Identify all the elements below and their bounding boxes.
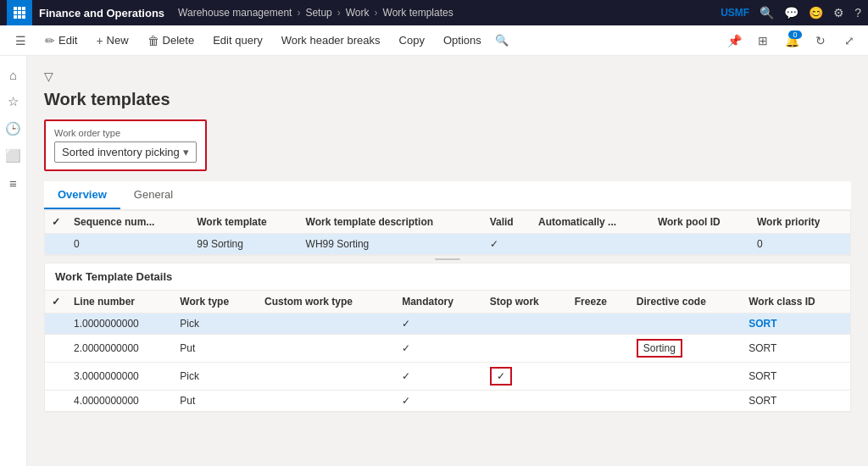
fullscreen-icon[interactable]: ⤢ [837,29,861,53]
breadcrumb-sep-3: › [375,7,378,19]
detail-col-custom[interactable]: Custom work type [258,291,395,313]
breadcrumb-item-1[interactable]: Warehouse management [178,7,292,19]
col-work-template[interactable]: Work template [190,211,298,234]
col-valid[interactable]: Valid [483,211,531,234]
sidebar-favorite-icon[interactable]: ☆ [2,90,25,114]
detail-row3-directive [630,363,742,391]
work-header-breaks-button[interactable]: Work header breaks [273,29,389,53]
detail-col-worktype[interactable]: Work type [173,291,258,313]
hamburger-menu-button[interactable]: ☰ [7,29,35,53]
detail-row2-custom [258,335,395,363]
svg-rect-4 [18,11,21,14]
tab-general[interactable]: General [120,181,186,209]
detail-col-workclass[interactable]: Work class ID [742,291,850,313]
col-priority[interactable]: Work priority [750,211,850,234]
detail-col-stopwork[interactable]: Stop work [483,291,568,313]
breadcrumb-item-2[interactable]: Setup [305,7,331,19]
col-sequence[interactable]: Sequence num... [67,211,190,234]
svg-rect-3 [14,11,17,14]
detail-row4-worktype: Put [173,391,258,412]
svg-rect-5 [22,11,25,14]
menu-icon: ☰ [15,34,26,47]
dropdown-arrow-icon: ▾ [183,146,189,158]
detail-row2-directive[interactable]: Sorting [630,335,742,363]
detail-col-mandatory[interactable]: Mandatory [395,291,483,313]
valid-check-icon: ✓ [490,238,498,250]
detail-row1-worktype: Pick [173,313,258,335]
svg-rect-7 [18,15,21,19]
delete-icon: 🗑 [147,34,159,47]
edit-button[interactable]: ✏ Edit [36,29,86,53]
notification-badge-icon[interactable]: 🔔 0 [780,29,804,53]
col-auto[interactable]: Automatically ... [531,211,651,234]
sidebar-recent-icon[interactable]: 🕒 [2,117,25,141]
search-icon[interactable]: 🔍 [760,6,774,19]
help-icon[interactable]: ? [854,6,861,19]
table-row[interactable]: 0 99 Sorting WH99 Sorting ✓ 0 [45,234,850,255]
detail-row3-freeze [568,363,630,391]
details-row-1[interactable]: 1.0000000000 Pick ✓ SORT [45,313,850,335]
details-row-2[interactable]: 2.0000000000 Put ✓ Sorting SORT [45,335,850,363]
detail-row2-mandatory: ✓ [395,335,483,363]
notification-count: 0 [788,31,802,39]
settings-icon[interactable]: ⚙ [833,6,844,19]
main-content: ▽ Work templates Work order type Sorted … [27,56,868,466]
delete-button[interactable]: 🗑 Delete [139,29,203,53]
toolbar-search-icon[interactable]: 🔍 [495,34,509,47]
row-pool-cell [651,234,750,255]
main-table-section: ✓ Sequence num... Work template Work tem… [44,210,851,256]
mandatory-check-icon-2: ✓ [402,342,410,354]
detail-row3-stopwork[interactable]: ✓ [483,363,568,391]
row-check-cell [45,234,67,255]
col-pool-id[interactable]: Work pool ID [651,211,750,234]
row-sequence-cell: 0 [67,234,190,255]
breadcrumb-item-3[interactable]: Work [346,7,370,19]
new-button[interactable]: + New [87,29,136,53]
svg-rect-0 [14,7,17,10]
detail-col-line[interactable]: Line number [67,291,173,313]
detail-col-check: ✓ [45,291,67,313]
detail-col-directive[interactable]: Directive code [630,291,742,313]
split-icon[interactable]: ⊞ [751,29,775,53]
tabs-bar: Overview General [44,181,851,210]
mandatory-check-icon-1: ✓ [402,318,410,330]
sidebar-list-icon[interactable]: ≡ [2,171,25,195]
notification-icon[interactable]: 💬 [784,6,798,19]
sidebar-home-icon[interactable]: ⌂ [2,63,25,86]
edit-query-button[interactable]: Edit query [204,29,271,53]
details-title: Work Template Details [45,264,850,291]
details-table-header: ✓ Line number Work type Custom work type… [45,291,850,313]
detail-col-freeze[interactable]: Freeze [568,291,630,313]
refresh-icon[interactable]: ↻ [809,29,832,53]
filter-icon[interactable]: ▽ [44,69,53,83]
detail-row2-stopwork [483,335,568,363]
pin-icon[interactable]: 📌 [722,29,746,53]
detail-row3-mandatory: ✓ [395,363,483,391]
row-valid-cell: ✓ [483,234,531,255]
apps-icon[interactable] [7,0,32,25]
svg-rect-2 [22,7,25,10]
col-work-template-desc[interactable]: Work template description [299,211,483,234]
detail-row4-mandatory: ✓ [395,391,483,412]
sidebar-workspace-icon[interactable]: ⬜ [2,144,25,168]
top-navigation-bar: Finance and Operations Warehouse managem… [0,0,868,25]
detail-row4-workclass: SORT [742,391,850,412]
details-row-4[interactable]: 4.0000000000 Put ✓ SORT [45,391,850,412]
mandatory-check-icon-4: ✓ [402,395,410,407]
copy-button[interactable]: Copy [391,29,433,53]
toolbar: ☰ ✏ Edit + New 🗑 Delete Edit query Work … [0,25,868,56]
detail-row3-worktype: Pick [173,363,258,391]
resizer-divider[interactable] [44,256,851,263]
detail-row3-line: 3.0000000000 [67,363,173,391]
row-priority-cell: 0 [750,234,850,255]
emoji-icon[interactable]: 😊 [809,6,823,19]
work-order-type-select[interactable]: Sorted inventory picking ▾ [54,141,197,163]
svg-rect-6 [14,15,17,19]
tab-overview[interactable]: Overview [44,181,120,209]
detail-row4-custom [258,391,395,412]
row-desc-cell: WH99 Sorting [299,234,483,255]
details-row-3[interactable]: 3.0000000000 Pick ✓ ✓ SORT [45,363,850,391]
detail-row4-directive [630,391,742,412]
options-button[interactable]: Options [435,29,490,53]
directive-outlined-cell: Sorting [637,339,682,358]
